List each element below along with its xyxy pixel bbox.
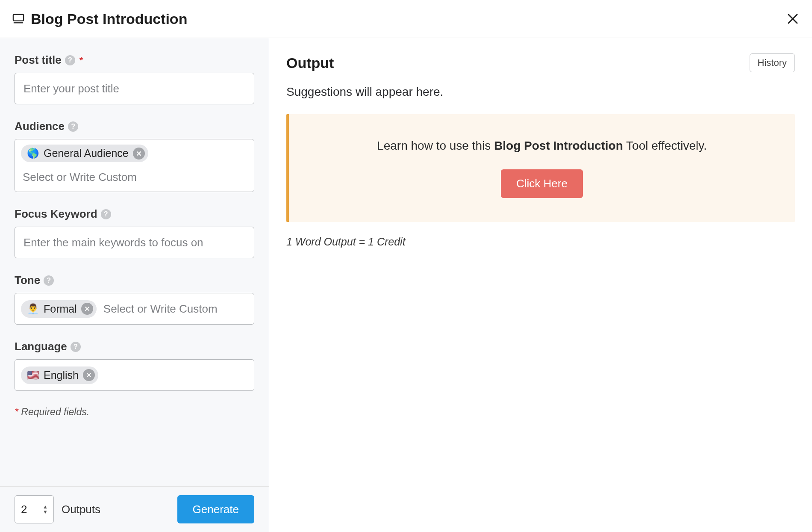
help-icon[interactable]: ?: [44, 275, 54, 286]
field-tone: Tone ? 👨‍💼 Formal: [15, 274, 254, 325]
learn-more-button[interactable]: Click Here: [501, 169, 583, 198]
generate-button[interactable]: Generate: [177, 495, 254, 523]
stepper-down-icon[interactable]: ▼: [43, 510, 48, 514]
tone-custom-input[interactable]: [102, 300, 248, 318]
flag-icon: 🇺🇸: [27, 369, 39, 381]
tip-callout: Learn how to use this Blog Post Introduc…: [286, 114, 795, 222]
remove-chip-button[interactable]: [81, 303, 93, 315]
output-placeholder-text: Suggestions will appear here.: [286, 85, 795, 99]
remove-chip-button[interactable]: [133, 148, 145, 160]
language-label: Language: [15, 340, 67, 353]
tip-text: Learn how to use this Blog Post Introduc…: [306, 137, 778, 154]
remove-chip-button[interactable]: [83, 369, 95, 381]
form-pane: Post title ? * Audience ?: [0, 38, 269, 532]
post-title-label: Post title: [15, 53, 62, 67]
field-language: Language ? 🇺🇸 English: [15, 340, 254, 391]
history-button[interactable]: History: [750, 53, 795, 72]
help-icon[interactable]: ?: [65, 55, 75, 65]
tone-chip: 👨‍💼 Formal: [21, 300, 97, 318]
outputs-label: Outputs: [62, 503, 100, 516]
audience-chip-label: General Audience: [44, 147, 129, 160]
close-button[interactable]: [785, 11, 801, 27]
help-icon[interactable]: ?: [68, 121, 78, 132]
focus-keyword-input[interactable]: [15, 227, 254, 258]
field-focus-keyword: Focus Keyword ?: [15, 207, 254, 258]
post-title-input[interactable]: [15, 73, 254, 104]
required-fields-note: * Required fields.: [15, 406, 254, 418]
help-icon[interactable]: ?: [101, 209, 111, 219]
stepper-up-icon[interactable]: ▲: [43, 505, 48, 509]
credit-note: 1 Word Output = 1 Credit: [286, 236, 795, 248]
field-audience: Audience ? 🌎 General Audience: [15, 120, 254, 192]
field-post-title: Post title ? *: [15, 53, 254, 104]
required-indicator: *: [79, 55, 83, 66]
language-chip-label: English: [44, 369, 79, 381]
globe-icon: 🌎: [27, 148, 39, 159]
tone-chip-label: Formal: [44, 303, 77, 315]
focus-keyword-label: Focus Keyword: [15, 207, 97, 221]
template-icon: [12, 13, 25, 24]
action-bar: 2 ▲ ▼ Outputs Generate: [0, 486, 269, 532]
svg-rect-0: [13, 15, 24, 21]
audience-custom-input[interactable]: [21, 168, 248, 186]
output-pane: Output History Suggestions will appear h…: [269, 38, 812, 532]
output-title: Output: [286, 55, 334, 71]
audience-input[interactable]: 🌎 General Audience: [15, 139, 254, 192]
help-icon[interactable]: ?: [71, 342, 81, 352]
audience-label: Audience: [15, 120, 65, 133]
page-title: Blog Post Introduction: [31, 11, 187, 27]
app-header: Blog Post Introduction: [0, 0, 812, 38]
person-icon: 👨‍💼: [27, 303, 39, 315]
outputs-count-stepper[interactable]: 2 ▲ ▼: [15, 495, 54, 523]
tone-input[interactable]: 👨‍💼 Formal: [15, 293, 254, 325]
outputs-count-value: 2: [21, 503, 41, 516]
tone-label: Tone: [15, 274, 40, 287]
language-input[interactable]: 🇺🇸 English: [15, 359, 254, 391]
audience-chip: 🌎 General Audience: [21, 145, 148, 162]
language-chip: 🇺🇸 English: [21, 366, 98, 384]
